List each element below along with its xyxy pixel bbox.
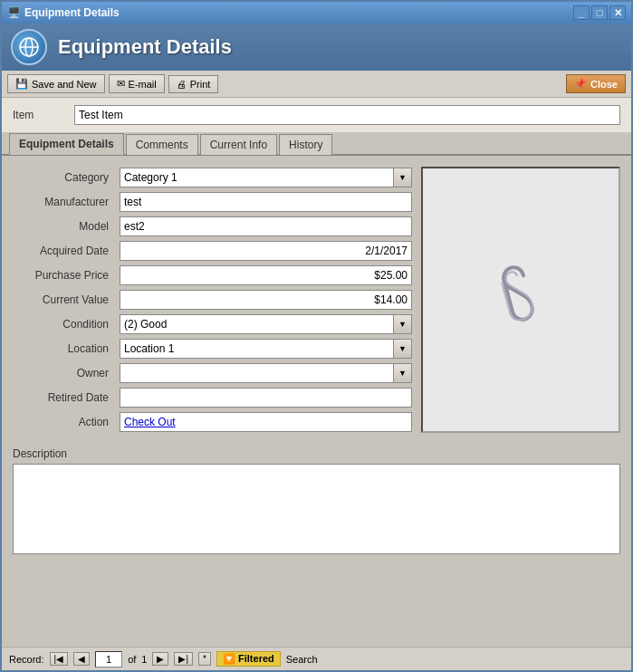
retired-date-input[interactable]: [120, 388, 412, 408]
nav-prev-button[interactable]: ◀: [73, 652, 90, 666]
page-title: Equipment Details: [58, 35, 232, 59]
print-button[interactable]: 🖨 Print: [168, 75, 219, 93]
description-textarea[interactable]: [13, 464, 620, 554]
globe-icon: [18, 36, 40, 58]
record-of-label: of: [128, 654, 136, 665]
location-dropdown-btn[interactable]: ▼: [393, 340, 411, 358]
item-input[interactable]: [74, 105, 620, 125]
category-dropdown[interactable]: ▼: [120, 168, 412, 187]
maximize-button[interactable]: □: [591, 5, 608, 20]
condition-dropdown[interactable]: ▼: [120, 314, 412, 334]
nav-first-button[interactable]: |◀: [50, 652, 69, 666]
category-label: Category: [13, 171, 112, 184]
owner-row: Owner ▼: [13, 362, 412, 384]
category-row: Category ▼: [13, 167, 412, 188]
action-field: Check Out: [120, 412, 412, 432]
main-window: 🖥️ Equipment Details _ □ ✕ Equipment Det…: [0, 0, 633, 672]
current-value-input[interactable]: [120, 290, 412, 310]
record-total: 1: [141, 654, 147, 665]
app-icon: [11, 29, 47, 65]
location-input[interactable]: [120, 340, 393, 358]
title-bar-controls[interactable]: _ □ ✕: [573, 5, 626, 20]
category-dropdown-btn[interactable]: ▼: [393, 168, 411, 187]
close-window-button[interactable]: ✕: [609, 5, 626, 20]
action-label: Action: [13, 416, 112, 428]
main-content: Category ▼ Manufacturer Model: [2, 156, 631, 647]
manufacturer-label: Manufacturer: [13, 196, 112, 208]
retired-date-label: Retired Date: [13, 391, 112, 404]
status-bar: Record: |◀ ◀ of 1 ▶ ▶| * 🔽 Filtered Sear…: [2, 647, 631, 670]
filter-icon: 🔽: [223, 653, 235, 664]
acquired-date-input[interactable]: [120, 241, 412, 261]
tab-history[interactable]: History: [279, 134, 332, 155]
acquired-date-row: Acquired Date: [13, 240, 412, 262]
print-icon: 🖨: [177, 79, 187, 90]
condition-row: Condition ▼: [13, 313, 412, 335]
description-section: Description: [13, 447, 620, 557]
filtered-badge[interactable]: 🔽 Filtered: [216, 651, 281, 667]
current-value-row: Current Value: [13, 289, 412, 311]
minimize-button[interactable]: _: [573, 5, 590, 20]
window-title: Equipment Details: [24, 6, 120, 19]
email-icon: ✉: [117, 78, 125, 90]
title-bar-left: 🖥️ Equipment Details: [7, 6, 120, 19]
purchase-price-row: Purchase Price: [13, 264, 412, 286]
tab-current-info[interactable]: Current Info: [200, 134, 277, 155]
check-out-link[interactable]: Check Out: [124, 416, 176, 428]
nav-next-button[interactable]: ▶: [152, 652, 168, 666]
acquired-date-label: Acquired Date: [13, 245, 112, 257]
condition-label: Condition: [13, 318, 112, 331]
item-label: Item: [13, 109, 67, 121]
window-icon: 🖥️: [7, 6, 21, 19]
tab-comments[interactable]: Comments: [126, 134, 198, 155]
paperclip-svg: [488, 254, 551, 336]
tabs-container: Equipment Details Comments Current Info …: [2, 132, 631, 156]
purchase-price-input[interactable]: [120, 265, 412, 285]
owner-dropdown-btn[interactable]: ▼: [393, 364, 411, 382]
image-panel: [421, 167, 620, 433]
action-row: Action Check Out: [13, 411, 412, 433]
item-row: Item: [2, 98, 631, 132]
save-icon: 💾: [15, 78, 28, 90]
email-button[interactable]: ✉ E-mail: [109, 74, 165, 93]
search-label: Search: [286, 654, 318, 665]
model-row: Model: [13, 216, 412, 237]
retired-date-row: Retired Date: [13, 387, 412, 408]
model-label: Model: [13, 220, 112, 233]
header-bar: Equipment Details: [2, 24, 631, 71]
paperclip-icon: [488, 254, 553, 346]
nav-last-button[interactable]: ▶|: [174, 652, 193, 666]
close-icon: 📌: [574, 78, 587, 90]
description-label: Description: [13, 447, 620, 460]
tab-equipment-details[interactable]: Equipment Details: [9, 133, 124, 155]
owner-input[interactable]: [120, 364, 393, 382]
owner-dropdown[interactable]: ▼: [120, 363, 412, 383]
location-dropdown[interactable]: ▼: [120, 339, 412, 359]
save-new-button[interactable]: 💾 Save and New: [7, 74, 105, 93]
condition-input[interactable]: [120, 315, 393, 333]
condition-dropdown-btn[interactable]: ▼: [393, 315, 411, 333]
nav-new-button[interactable]: *: [198, 652, 211, 666]
title-bar: 🖥️ Equipment Details _ □ ✕: [2, 2, 631, 24]
location-label: Location: [13, 342, 112, 355]
current-record-input[interactable]: [95, 651, 122, 667]
manufacturer-input[interactable]: [120, 192, 412, 212]
close-button[interactable]: 📌 Close: [566, 74, 626, 93]
owner-label: Owner: [13, 367, 112, 379]
toolbar: 💾 Save and New ✉ E-mail 🖨 Print 📌 Close: [2, 71, 631, 98]
category-input[interactable]: [120, 168, 393, 187]
record-label: Record:: [9, 654, 44, 665]
fields-and-image: Category ▼ Manufacturer Model: [13, 167, 620, 433]
fields-column: Category ▼ Manufacturer Model: [13, 167, 412, 433]
manufacturer-row: Manufacturer: [13, 191, 412, 213]
location-row: Location ▼: [13, 338, 412, 360]
current-value-label: Current Value: [13, 293, 112, 306]
model-input[interactable]: [120, 216, 412, 236]
purchase-price-label: Purchase Price: [13, 269, 112, 282]
